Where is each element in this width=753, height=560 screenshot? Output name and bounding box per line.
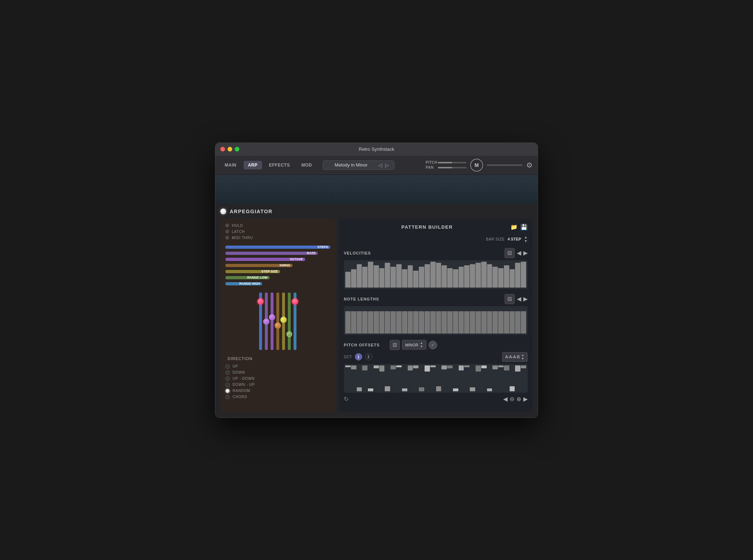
note-length-bar[interactable] [464,311,469,333]
note-length-bar[interactable] [521,311,526,333]
pitch-ctrl-plus-button[interactable]: ⊕ [516,396,521,402]
pitch-bar[interactable] [459,365,464,370]
note-length-bar[interactable] [453,311,458,333]
v-slider-octave-thumb[interactable] [269,314,275,321]
pitch-offsets-dice-button[interactable]: ⚄ [390,340,400,350]
tab-arp[interactable]: ARP [244,161,262,169]
m-button[interactable]: M [470,159,483,172]
pitch-bar[interactable] [408,365,413,370]
dir-up-led[interactable] [225,364,230,369]
velocity-bar[interactable] [413,271,418,288]
v-slider-range-high-thumb[interactable] [292,298,298,305]
velocity-bar[interactable] [351,269,356,287]
pitch-bar[interactable] [402,388,407,391]
pitch-bar[interactable] [396,365,402,367]
note-length-bar[interactable] [368,311,373,333]
swing-slider[interactable]: SWING [225,264,293,267]
note-length-bar[interactable] [396,311,402,333]
latch-led[interactable] [225,230,229,233]
velocity-bar[interactable] [345,272,351,287]
velocity-bar[interactable] [504,265,509,287]
bar-size-down-button[interactable]: ▼ [524,239,528,243]
velocity-bar[interactable] [357,264,362,288]
v-slider-range-low-thumb[interactable] [286,331,292,337]
pitch-mode-down-button[interactable]: ▼ [420,345,423,348]
pattern-up-button[interactable]: ▲ [521,354,524,357]
note-length-bar[interactable] [504,311,509,333]
pitch-mode-up-button[interactable]: ▲ [420,341,423,345]
pitch-check-button[interactable]: ✓ [429,341,437,349]
velocity-bar[interactable] [425,264,430,288]
note-lengths-dice-button[interactable]: ⚄ [505,294,515,304]
note-length-bar[interactable] [436,311,441,333]
note-length-bar[interactable] [362,311,368,333]
pitch-bar[interactable] [413,365,418,368]
oct-1-button[interactable]: 1 [355,353,362,360]
velocity-bar[interactable] [385,263,390,287]
note-length-bar[interactable] [385,311,390,333]
pitch-bar[interactable] [357,387,362,391]
pitch-bar[interactable] [464,365,469,367]
note-length-bar[interactable] [413,311,418,333]
steps-slider[interactable]: STEPS [225,246,330,249]
oct-2-button[interactable]: 2 [365,353,372,360]
note-length-bar[interactable] [351,311,356,333]
pitch-bar[interactable] [430,365,436,367]
velocities-next-button[interactable]: ▶ [523,249,528,256]
velocity-bar[interactable] [402,269,407,287]
dir-down-led[interactable] [225,370,230,375]
rate-slider[interactable]: RATE [225,252,318,255]
preset-next-button[interactable]: ▷ [384,162,390,168]
v-slider-step-size-track[interactable] [282,293,285,350]
octave-slider[interactable]: OCTAVE [225,258,305,261]
note-length-bar[interactable] [441,311,447,333]
pitch-bar[interactable] [441,365,447,369]
pan-slider[interactable] [438,167,467,168]
tab-effects[interactable]: EFFECTS [265,161,294,169]
velocities-dice-button[interactable]: ⚄ [505,248,515,258]
preset-prev-button[interactable]: ◁ [378,162,383,168]
velocity-bar[interactable] [396,264,402,288]
pitch-ctrl-prev-button[interactable]: ◀ [503,396,508,402]
velocity-bar[interactable] [487,264,492,288]
note-length-bar[interactable] [379,311,385,333]
velocity-bar[interactable] [498,268,504,288]
dir-up-down-led[interactable] [225,377,230,381]
velocity-bar[interactable] [374,265,379,287]
v-slider-steps-thumb[interactable] [257,298,264,305]
close-button[interactable] [220,147,225,151]
velocity-bar[interactable] [436,263,441,287]
note-length-bar[interactable] [515,311,520,333]
note-length-bar[interactable] [459,311,464,333]
pitch-bar[interactable] [351,365,356,369]
pitch-bar[interactable] [510,386,515,391]
note-length-bar[interactable] [402,311,407,333]
note-length-bar[interactable] [425,311,430,333]
v-slider-step-size-thumb[interactable] [280,317,287,323]
dir-random-led[interactable] [225,389,230,393]
v-slider-range-low-track[interactable] [288,293,291,350]
v-slider-octave-track[interactable] [271,293,273,350]
pitch-ctrl-minus-button[interactable]: ⊖ [510,396,514,402]
range-low-slider[interactable]: RANGE LOW [225,276,270,279]
arp-led[interactable] [220,209,226,214]
pitch-bar[interactable] [487,388,492,391]
settings-button[interactable]: ⚙ [526,161,533,169]
note-length-bar[interactable] [390,311,396,333]
pitch-bar[interactable] [504,365,509,370]
pitch-bar[interactable] [476,365,481,372]
velocity-bar[interactable] [447,268,453,288]
pitch-bar[interactable] [419,387,424,391]
velocity-bar[interactable] [510,269,515,287]
note-length-bar[interactable] [476,311,481,333]
folder-icon-button[interactable]: 📁 [510,224,518,230]
pitch-bar[interactable] [345,365,351,367]
pitch-bar[interactable] [362,365,368,370]
step-size-slider[interactable]: STEP SIZE [225,270,280,273]
range-high-slider[interactable]: RANGE HIGH [225,282,262,285]
velocity-bar[interactable] [521,262,526,288]
note-length-bar[interactable] [481,311,487,333]
velocity-bar[interactable] [492,267,498,288]
velocity-bar[interactable] [379,268,385,288]
minimize-button[interactable] [228,147,232,151]
